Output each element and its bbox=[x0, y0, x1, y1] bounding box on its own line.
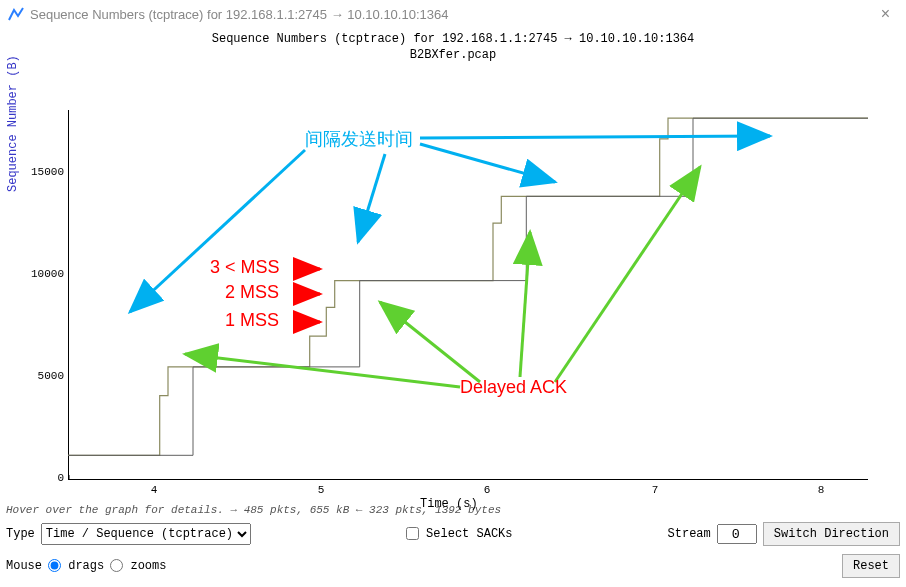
chart-subtitle: B2BXfer.pcap bbox=[0, 48, 906, 62]
select-sacks-text: Select SACKs bbox=[426, 527, 512, 541]
select-sacks-label[interactable]: Select SACKs bbox=[406, 527, 513, 541]
type-label: Type bbox=[6, 527, 35, 541]
reset-button[interactable]: Reset bbox=[842, 554, 900, 578]
annot-delayed-ack: Delayed ACK bbox=[460, 377, 567, 398]
mouse-zooms-label[interactable]: zooms bbox=[110, 559, 166, 573]
ytick-10000: 10000 bbox=[26, 268, 64, 280]
mouse-drags-radio[interactable] bbox=[48, 559, 61, 572]
select-sacks-checkbox[interactable] bbox=[406, 527, 419, 540]
mouse-drags-label[interactable]: drags bbox=[48, 559, 104, 573]
ytick-15000: 15000 bbox=[26, 166, 64, 178]
annot-mss1: 1 MSS bbox=[225, 310, 279, 331]
xtick-6: 6 bbox=[477, 484, 497, 496]
controls-row-2: Mouse drags zooms Reset bbox=[0, 550, 906, 582]
xtick-5: 5 bbox=[311, 484, 331, 496]
window-title: Sequence Numbers (tcptrace) for 192.168.… bbox=[30, 7, 448, 22]
annot-mss2: 2 MSS bbox=[225, 282, 279, 303]
chart-title: Sequence Numbers (tcptrace) for 192.168.… bbox=[0, 32, 906, 46]
close-icon[interactable]: × bbox=[873, 5, 898, 23]
wireshark-icon bbox=[8, 6, 24, 22]
annot-interval: 间隔发送时间 bbox=[305, 127, 413, 151]
plot-frame bbox=[68, 110, 868, 480]
controls-row-1: Type Time / Sequence (tcptrace) Select S… bbox=[0, 518, 906, 550]
switch-direction-button[interactable]: Switch Direction bbox=[763, 522, 900, 546]
x-axis-label: Time (s) bbox=[420, 497, 478, 511]
stream-label: Stream bbox=[668, 527, 711, 541]
axis-ticks bbox=[69, 110, 869, 480]
xtick-7: 7 bbox=[645, 484, 665, 496]
chart-area[interactable]: Sequence Numbers (tcptrace) for 192.168.… bbox=[0, 32, 906, 502]
ytick-0: 0 bbox=[26, 472, 64, 484]
bottom-buttons: Save As… Close Help bbox=[0, 582, 906, 587]
xtick-4: 4 bbox=[144, 484, 164, 496]
mouse-zooms-text: zooms bbox=[130, 559, 166, 573]
titlebar: Sequence Numbers (tcptrace) for 192.168.… bbox=[0, 0, 906, 28]
mouse-drags-text: drags bbox=[68, 559, 104, 573]
y-axis-label: Sequence Number (B) bbox=[6, 55, 20, 192]
xtick-8: 8 bbox=[811, 484, 831, 496]
mouse-label: Mouse bbox=[6, 559, 42, 573]
ytick-5000: 5000 bbox=[26, 370, 64, 382]
annot-mss3: 3 < MSS bbox=[210, 257, 280, 278]
mouse-zooms-radio[interactable] bbox=[110, 559, 123, 572]
stream-spinner[interactable] bbox=[717, 524, 757, 544]
type-select[interactable]: Time / Sequence (tcptrace) bbox=[41, 523, 251, 545]
